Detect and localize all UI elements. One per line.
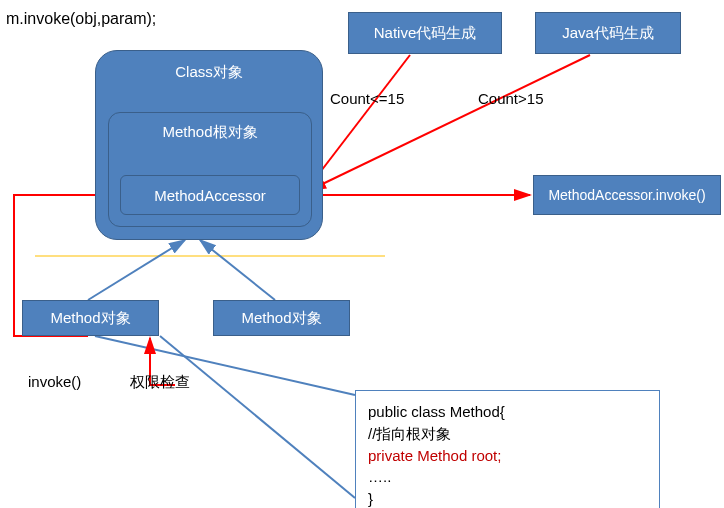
svg-line-6 bbox=[310, 55, 590, 190]
method-obj-2-label: Method对象 bbox=[241, 309, 321, 328]
method-accessor-box: MethodAccessor bbox=[120, 175, 300, 215]
code-line-close: } bbox=[368, 488, 647, 508]
invoke-label: invoke() bbox=[28, 373, 81, 390]
method-obj-2-box: Method对象 bbox=[213, 300, 350, 336]
method-accessor-label: MethodAccessor bbox=[154, 187, 266, 204]
native-gen-box: Native代码生成 bbox=[348, 12, 502, 54]
svg-line-5 bbox=[308, 55, 410, 188]
svg-line-1 bbox=[88, 240, 185, 300]
perm-check-label: 权限检查 bbox=[130, 373, 190, 392]
accessor-invoke-label: MethodAccessor.invoke() bbox=[548, 187, 705, 203]
top-code-text: m.invoke(obj,param); bbox=[6, 10, 156, 28]
count-gt-label: Count>15 bbox=[478, 90, 543, 107]
code-line-comment: //指向根对象 bbox=[368, 423, 647, 445]
native-gen-label: Native代码生成 bbox=[374, 24, 477, 43]
code-line-dots: ….. bbox=[368, 466, 647, 488]
java-gen-box: Java代码生成 bbox=[535, 12, 681, 54]
code-line-head: public class Method{ bbox=[368, 401, 647, 423]
method-obj-1-box: Method对象 bbox=[22, 300, 159, 336]
accessor-invoke-box: MethodAccessor.invoke() bbox=[533, 175, 721, 215]
count-le-label: Count<=15 bbox=[330, 90, 404, 107]
code-box: public class Method{ //指向根对象 private Met… bbox=[355, 390, 660, 508]
svg-line-4 bbox=[160, 336, 355, 498]
method-root-label: Method根对象 bbox=[162, 123, 257, 142]
java-gen-label: Java代码生成 bbox=[562, 24, 654, 43]
method-obj-1-label: Method对象 bbox=[50, 309, 130, 328]
svg-line-2 bbox=[200, 240, 275, 300]
class-object-label: Class对象 bbox=[175, 63, 243, 82]
code-line-field: private Method root; bbox=[368, 445, 647, 467]
